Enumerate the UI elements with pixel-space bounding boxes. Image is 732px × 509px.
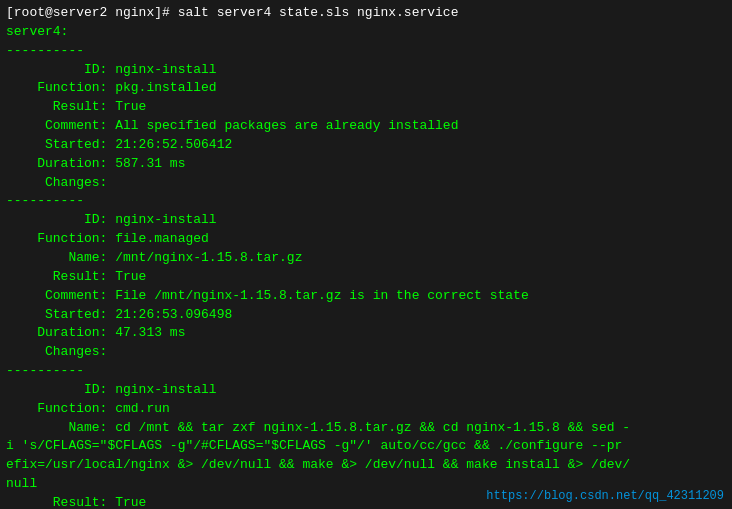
terminal-line-server4-label: server4: [6, 23, 726, 42]
terminal-line-id3: ID: nginx-install [6, 381, 726, 400]
terminal-line-changes2: Changes: [6, 343, 726, 362]
terminal-line-duration2: Duration: 47.313 ms [6, 324, 726, 343]
terminal-line-separator1: ---------- [6, 42, 726, 61]
terminal-line-name3: Name: cd /mnt && tar zxf nginx-1.15.8.ta… [6, 419, 726, 438]
terminal-line-duration1: Duration: 587.31 ms [6, 155, 726, 174]
terminal-line-result1: Result: True [6, 98, 726, 117]
terminal-line-started2: Started: 21:26:53.096498 [6, 306, 726, 325]
terminal-line-result2: Result: True [6, 268, 726, 287]
terminal-line-id2: ID: nginx-install [6, 211, 726, 230]
terminal-line-name3c: efix=/usr/local/nginx &> /dev/null && ma… [6, 456, 726, 475]
terminal-line-separator2: ---------- [6, 192, 726, 211]
terminal-line-changes1: Changes: [6, 174, 726, 193]
terminal-line-func2: Function: file.managed [6, 230, 726, 249]
terminal-line-name2: Name: /mnt/nginx-1.15.8.tar.gz [6, 249, 726, 268]
watermark: https://blog.csdn.net/qq_42311209 [486, 489, 724, 503]
terminal-line-cmd-line: [root@server2 nginx]# salt server4 state… [6, 4, 726, 23]
terminal-line-id1: ID: nginx-install [6, 61, 726, 80]
terminal-line-comment2: Comment: File /mnt/nginx-1.15.8.tar.gz i… [6, 287, 726, 306]
terminal-line-func3: Function: cmd.run [6, 400, 726, 419]
terminal-line-separator3: ---------- [6, 362, 726, 381]
terminal-line-started1: Started: 21:26:52.506412 [6, 136, 726, 155]
terminal-window: [root@server2 nginx]# salt server4 state… [0, 0, 732, 509]
terminal-line-comment1: Comment: All specified packages are alre… [6, 117, 726, 136]
terminal-content: [root@server2 nginx]# salt server4 state… [6, 4, 726, 509]
terminal-line-name3b: i 's/CFLAGS="$CFLAGS -g"/#CFLAGS="$CFLAG… [6, 437, 726, 456]
terminal-line-func1: Function: pkg.installed [6, 79, 726, 98]
